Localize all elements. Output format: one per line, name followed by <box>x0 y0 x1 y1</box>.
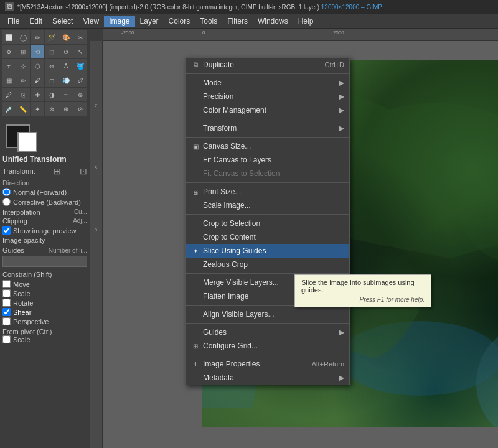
info-icon: ℹ <box>190 359 200 369</box>
precision-arrow: ▶ <box>339 92 344 101</box>
title-bar: 🖼 *[M5213A-texture-12000x12000] (importe… <box>0 0 498 14</box>
menu-entry-guides[interactable]: Guides ▶ <box>186 325 349 339</box>
tool-bucket-fill[interactable]: 🪣 <box>73 59 87 73</box>
menu-entry-duplicate[interactable]: ⧉ Duplicate Ctrl+D <box>186 58 349 72</box>
tool-convolve[interactable]: ⊛ <box>73 88 87 101</box>
tool-paths[interactable]: ✦ <box>31 102 44 116</box>
menu-entry-canvas-size[interactable]: ▣ Canvas Size... <box>186 139 349 153</box>
tool-handle-transform[interactable]: ⊹ <box>16 59 30 73</box>
tool-extra1[interactable]: ⊗ <box>45 102 59 116</box>
menu-entry-slice-using-guides[interactable]: ✦ Slice Using Guides <box>186 244 349 258</box>
tool-color-picker[interactable]: 💉 <box>2 102 16 116</box>
direction-normal-radio[interactable] <box>2 188 11 196</box>
menu-filters[interactable]: Filters <box>222 16 253 27</box>
menu-entry-print-size[interactable]: 🖨 Print Size... <box>186 185 349 198</box>
tool-dodge-burn[interactable]: ◑ <box>45 88 59 101</box>
tool-smudge[interactable]: ~ <box>59 88 73 101</box>
menu-help[interactable]: Help <box>293 16 319 27</box>
menu-layer[interactable]: Layer <box>135 16 164 27</box>
v-tick-1: 7 <box>90 103 101 108</box>
tool-measure[interactable]: 📏 <box>16 102 30 116</box>
constrain-rotate-checkbox[interactable] <box>2 299 11 307</box>
direction-label: Direction <box>2 179 87 187</box>
constrain-shear-label: Shear <box>13 309 31 316</box>
transform-icon1[interactable]: ⊞ <box>54 166 61 176</box>
tool-move[interactable]: ✥ <box>2 45 16 58</box>
tool-scale[interactable]: ⤡ <box>73 45 87 58</box>
tool-ink[interactable]: 🖊 <box>73 73 87 87</box>
transform-icon2[interactable]: ⊡ <box>80 166 87 176</box>
guides-slider[interactable] <box>2 256 87 267</box>
tool-select-by-color[interactable]: 🎨 <box>59 30 73 44</box>
interpolation-row: Interpolation Cu... <box>2 208 87 216</box>
h-ruler-ticks: -2500 0 2500 <box>103 29 498 40</box>
guide-v-2 <box>489 60 489 427</box>
menu-entry-crop-to-content[interactable]: Crop to Content <box>186 230 349 244</box>
menu-entry-configure-grid[interactable]: ⊞ Configure Grid... <box>186 339 349 353</box>
background-color[interactable] <box>17 132 37 152</box>
tool-free-select[interactable]: ✏ <box>31 30 44 44</box>
tool-flip[interactable]: ⇔ <box>45 59 59 73</box>
from-pivot-section: From pivot (Ctrl) Scale <box>2 328 87 343</box>
interpolation-label: Interpolation <box>2 208 40 216</box>
tool-unified-transform[interactable]: ⟲ <box>31 45 44 58</box>
menu-entry-metadata[interactable]: Metadata ▶ <box>186 371 349 385</box>
tool-mypaint[interactable]: 🖍 <box>2 88 16 101</box>
tool-heal[interactable]: ✚ <box>31 88 44 101</box>
menu-entry-crop-to-selection[interactable]: Crop to Selection <box>186 217 349 230</box>
image-opacity-row: Image opacity <box>2 236 87 244</box>
menu-entry-zealous-crop[interactable]: Zealous Crop <box>186 258 349 271</box>
constrain-move-checkbox[interactable] <box>2 280 11 288</box>
menu-entry-image-properties[interactable]: ℹ Image Properties Alt+Return <box>186 357 349 371</box>
menu-image[interactable]: Image <box>104 16 134 27</box>
tool-eraser[interactable]: ◻ <box>45 73 59 87</box>
menu-select[interactable]: Select <box>47 16 78 27</box>
tool-paintbrush[interactable]: 🖌 <box>31 73 44 87</box>
constrain-move-label: Move <box>13 281 30 288</box>
menu-entry-transform[interactable]: Transform ▶ <box>186 121 349 135</box>
tool-perspective[interactable]: ⬡ <box>31 59 44 73</box>
menu-edit[interactable]: Edit <box>24 16 47 27</box>
tool-extra3[interactable]: ⊘ <box>73 102 87 116</box>
menu-entry-fit-canvas-layers[interactable]: Fit Canvas to Layers <box>186 153 349 167</box>
transform-label: Transform: <box>2 167 35 175</box>
sep-6 <box>186 273 349 274</box>
menu-entry-mode[interactable]: Mode ▶ <box>186 76 349 90</box>
constrain-rotate-row: Rotate <box>2 299 87 307</box>
menu-windows[interactable]: Windows <box>253 16 293 27</box>
direction-corrective-radio[interactable] <box>2 198 11 206</box>
from-pivot-scale-checkbox[interactable] <box>2 335 11 343</box>
menu-entry-align-visible[interactable]: Align Visible Layers... <box>186 307 349 321</box>
menu-entry-scale-image[interactable]: Scale Image... <box>186 198 349 212</box>
tool-shear[interactable]: ⧧ <box>2 59 16 73</box>
tool-align[interactable]: ⊞ <box>16 45 30 58</box>
show-preview-checkbox[interactable] <box>2 226 11 235</box>
constrain-shear-checkbox[interactable] <box>2 308 11 316</box>
tool-rect-select[interactable]: ⬜ <box>2 30 16 44</box>
menu-file[interactable]: File <box>2 16 24 27</box>
tool-rotate[interactable]: ↺ <box>59 45 73 58</box>
constrain-perspective-checkbox[interactable] <box>2 317 11 325</box>
tool-airbrush[interactable]: 💨 <box>59 73 73 87</box>
tool-ellipse-select[interactable]: ◯ <box>16 30 30 44</box>
tool-fuzzy-select[interactable]: 🪄 <box>45 30 59 44</box>
tool-scissors[interactable]: ✂ <box>73 30 87 44</box>
tool-gradient[interactable]: ▦ <box>2 73 16 87</box>
menu-tools[interactable]: Tools <box>195 16 222 27</box>
h-tick-0: 0 <box>202 30 205 35</box>
sep-4 <box>186 182 349 183</box>
tool-crop[interactable]: ⊡ <box>45 45 59 58</box>
sep-5 <box>186 214 349 215</box>
tooltip-text: Slice the image into subimages using gui… <box>301 279 425 294</box>
tool-text[interactable]: A <box>59 59 73 73</box>
tool-clone[interactable]: ⎘ <box>16 88 30 101</box>
tool-extra2[interactable]: ⊕ <box>59 102 73 116</box>
menu-entry-color-management[interactable]: Color Management ▶ <box>186 103 349 117</box>
menu-view[interactable]: View <box>78 16 104 27</box>
constrain-scale-checkbox[interactable] <box>2 289 11 297</box>
direction-normal-label: Normal (Forward) <box>13 189 67 196</box>
menu-colors[interactable]: Colors <box>164 16 195 27</box>
h-tick-2500: 2500 <box>333 30 344 35</box>
tool-pencil[interactable]: ✏ <box>16 73 30 87</box>
menu-entry-precision[interactable]: Precision ▶ <box>186 90 349 103</box>
